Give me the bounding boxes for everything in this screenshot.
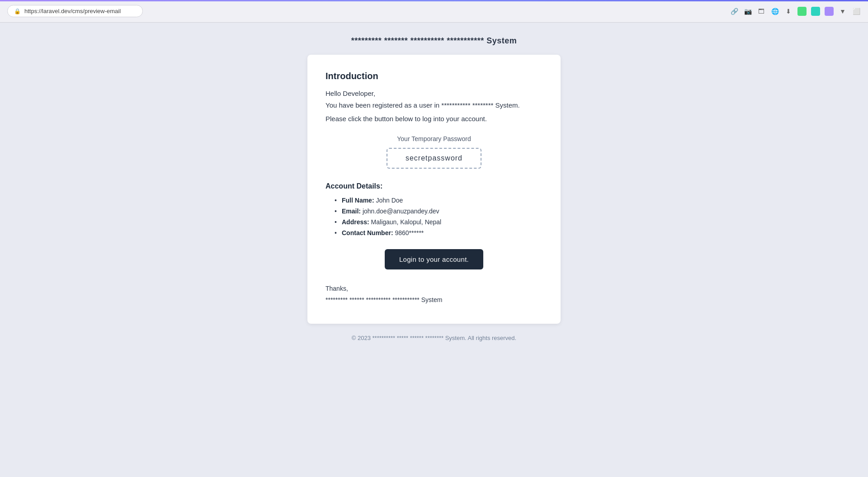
detail-fullname-label: Full Name: bbox=[342, 197, 374, 204]
lock-icon: 🔒 bbox=[14, 8, 21, 14]
window-icon[interactable]: 🗔 bbox=[757, 7, 766, 16]
detail-contact: Contact Number: 9860****** bbox=[335, 229, 542, 236]
login-button[interactable]: Login to your account. bbox=[385, 249, 483, 269]
greeting-text: Hello Developer, bbox=[326, 90, 542, 97]
body-line2: Please click the button below to log int… bbox=[326, 113, 542, 124]
thanks-line2: ********* ****** ********** *********** … bbox=[326, 294, 542, 306]
detail-contact-value: 9860****** bbox=[395, 229, 424, 236]
browser-chrome: 🔒 https://laravel.dev/cms/preview-email … bbox=[0, 0, 868, 23]
detail-address-value: Maligaun, Kalopul, Nepal bbox=[371, 218, 442, 226]
page-header: ********* ******* ********** ***********… bbox=[9, 36, 859, 46]
detail-contact-label: Contact Number: bbox=[342, 229, 393, 236]
thanks-line1: Thanks, bbox=[326, 283, 542, 294]
page-background: ********* ******* ********** ***********… bbox=[0, 23, 868, 477]
thanks-section: Thanks, ********* ****** ********** ****… bbox=[326, 283, 542, 306]
page-header-text: ********* ******* ********** ***********… bbox=[351, 36, 517, 45]
login-button-container: Login to your account. bbox=[326, 249, 542, 269]
download-icon[interactable]: ⬇ bbox=[784, 7, 793, 16]
account-details-title: Account Details: bbox=[326, 182, 542, 190]
detail-email: Email: john.doe@anuzpandey.dev bbox=[335, 208, 542, 215]
extension-purple-icon[interactable] bbox=[825, 7, 834, 16]
account-details-list: Full Name: John Doe Email: john.doe@anuz… bbox=[335, 197, 542, 236]
url-text: https://laravel.dev/cms/preview-email bbox=[24, 8, 121, 14]
sidebar-icon[interactable]: ⬜ bbox=[852, 7, 861, 16]
detail-fullname-value: John Doe bbox=[376, 197, 403, 204]
extension-green-icon[interactable] bbox=[797, 7, 807, 16]
detail-email-label: Email: bbox=[342, 208, 361, 215]
page-footer: © 2023 ********** ***** ****** ******** … bbox=[9, 335, 859, 341]
password-box: secretpassword bbox=[387, 148, 481, 169]
address-bar[interactable]: 🔒 https://laravel.dev/cms/preview-email bbox=[7, 5, 143, 17]
camera-icon[interactable]: 📷 bbox=[743, 7, 752, 16]
filter-icon[interactable]: ▼ bbox=[838, 7, 847, 16]
password-label: Your Temporary Password bbox=[326, 135, 542, 142]
detail-email-value: john.doe@anuzpandey.dev bbox=[363, 208, 439, 215]
globe-icon[interactable]: 🌐 bbox=[770, 7, 779, 16]
password-section: Your Temporary Password secretpassword bbox=[326, 135, 542, 169]
body-line1: You have been registered as a user in **… bbox=[326, 100, 542, 111]
detail-fullname: Full Name: John Doe bbox=[335, 197, 542, 204]
email-card: Introduction Hello Developer, You have b… bbox=[307, 55, 561, 324]
detail-address: Address: Maligaun, Kalopul, Nepal bbox=[335, 218, 542, 226]
link-icon[interactable]: 🔗 bbox=[730, 7, 739, 16]
extension-teal-icon[interactable] bbox=[811, 7, 820, 16]
section-title: Introduction bbox=[326, 71, 542, 81]
browser-toolbar-icons: 🔗 📷 🗔 🌐 ⬇ ▼ ⬜ bbox=[730, 7, 861, 16]
detail-address-label: Address: bbox=[342, 218, 369, 226]
